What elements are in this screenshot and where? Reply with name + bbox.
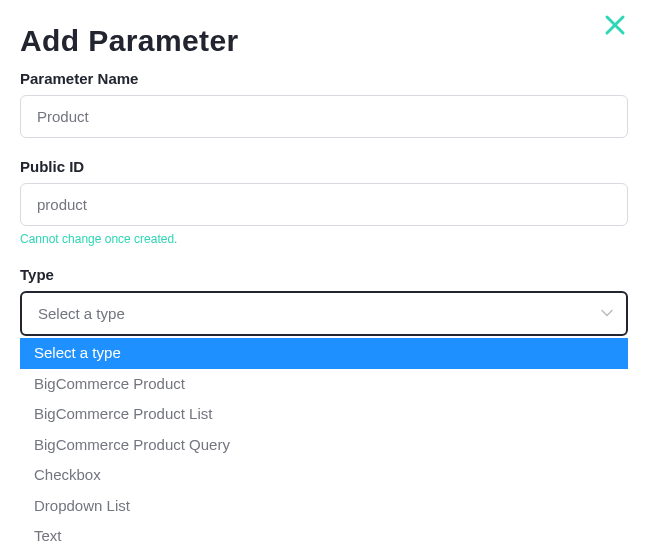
- type-select-value: Select a type: [38, 305, 125, 322]
- label-public-id: Public ID: [20, 158, 628, 175]
- chevron-down-icon: [600, 305, 614, 322]
- type-option[interactable]: BigCommerce Product: [20, 369, 628, 400]
- public-id-hint: Cannot change once created.: [20, 232, 628, 246]
- close-button[interactable]: [600, 10, 630, 40]
- type-option[interactable]: Dropdown List: [20, 491, 628, 522]
- label-type: Type: [20, 266, 628, 283]
- type-option[interactable]: Text: [20, 521, 628, 552]
- type-select[interactable]: Select a type: [20, 291, 628, 336]
- type-option[interactable]: Checkbox: [20, 460, 628, 491]
- parameter-name-input[interactable]: [20, 95, 628, 138]
- field-type: Type Select a type Select a typeBigComme…: [20, 266, 628, 336]
- label-parameter-name: Parameter Name: [20, 70, 628, 87]
- field-public-id: Public ID Cannot change once created.: [20, 158, 628, 246]
- public-id-input[interactable]: [20, 183, 628, 226]
- dialog-title: Add Parameter: [20, 24, 628, 58]
- field-parameter-name: Parameter Name: [20, 70, 628, 138]
- close-icon: [604, 14, 626, 36]
- type-option[interactable]: Select a type: [20, 338, 628, 369]
- type-option[interactable]: BigCommerce Product Query: [20, 430, 628, 461]
- type-dropdown: Select a typeBigCommerce ProductBigComme…: [20, 338, 628, 552]
- type-option[interactable]: BigCommerce Product List: [20, 399, 628, 430]
